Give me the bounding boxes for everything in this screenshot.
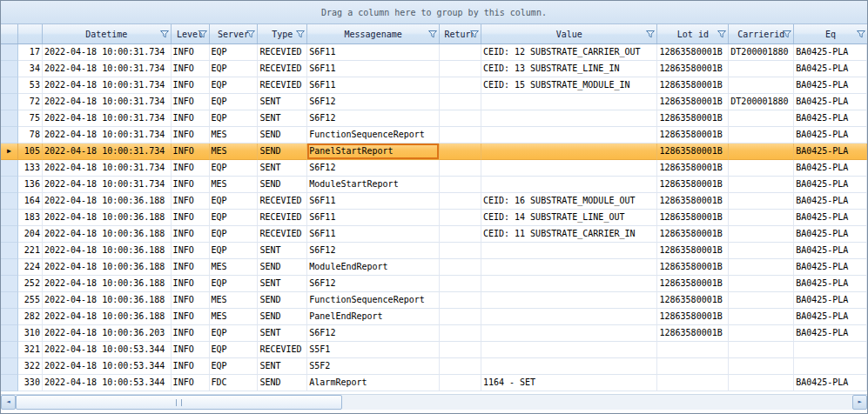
- cell-id[interactable]: 252: [18, 276, 43, 292]
- column-header-type[interactable]: Type: [258, 24, 307, 43]
- scrollbar-track[interactable]: [16, 395, 852, 410]
- cell-carrierid[interactable]: [729, 210, 794, 226]
- cell-return[interactable]: [440, 325, 481, 342]
- cell-carrierid[interactable]: [729, 292, 794, 309]
- cell-level[interactable]: INFO: [172, 144, 210, 160]
- cell-id[interactable]: 78: [18, 127, 43, 144]
- cell-level[interactable]: INFO: [172, 110, 210, 127]
- cell-id[interactable]: 255: [18, 292, 43, 309]
- cell-eqpid[interactable]: BA0425-PLA: [794, 309, 867, 325]
- cell-messagename[interactable]: S6F12: [307, 94, 440, 110]
- cell-carrierid[interactable]: [729, 127, 794, 144]
- cell-type[interactable]: RECEVIED: [258, 226, 307, 243]
- grid-row[interactable]: 532022-04-18 10:00:31.734INFOEQPRECEVIED…: [1, 77, 867, 94]
- cell-lotid[interactable]: 12863580001B: [657, 110, 729, 127]
- cell-lotid[interactable]: 12863580001B: [657, 77, 729, 94]
- cell-type[interactable]: RECEVIED: [258, 210, 307, 226]
- cell-type[interactable]: RECEVIED: [258, 77, 307, 94]
- cell-value[interactable]: CEID: 12 SUBSTRATE_CARRIER_OUT: [481, 44, 658, 61]
- grid-row[interactable]: 172022-04-18 10:00:31.734INFOEQPRECEVIED…: [1, 44, 867, 61]
- cell-server[interactable]: EQP: [210, 193, 259, 210]
- cell-return[interactable]: [440, 94, 481, 110]
- cell-lotid[interactable]: 12863580001B: [657, 325, 729, 342]
- cell-eqpid[interactable]: BA0425-PLA: [794, 243, 867, 259]
- filter-icon[interactable]: [160, 30, 169, 38]
- grid-row[interactable]: 2822022-04-18 10:00:36.188INFOMESSENDPan…: [1, 309, 867, 325]
- filter-icon[interactable]: [428, 30, 437, 38]
- cell-eqpid[interactable]: BA0425-PLA: [794, 259, 867, 276]
- cell-value[interactable]: CEID: 11 SUBSTRATE_CARRIER_IN: [481, 226, 658, 243]
- cell-messagename[interactable]: S6F11: [307, 210, 440, 226]
- cell-datetime[interactable]: 2022-04-18 10:00:36.203: [43, 325, 172, 342]
- column-header-datetime[interactable]: Datetime: [43, 24, 172, 43]
- cell-type[interactable]: SEND: [258, 292, 307, 309]
- cell-lotid[interactable]: 12863580001B: [657, 61, 729, 77]
- cell-return[interactable]: [440, 193, 481, 210]
- cell-id[interactable]: 310: [18, 325, 43, 342]
- cell-value[interactable]: CEID: 15 SUBSTRATE_MODULE_IN: [481, 77, 658, 94]
- cell-value[interactable]: [481, 94, 658, 110]
- cell-value[interactable]: [481, 292, 658, 309]
- grid-row[interactable]: 3302022-04-18 10:00:53.344INFOFDCSENDAla…: [1, 375, 867, 391]
- cell-messagename[interactable]: ModuleEndReport: [307, 259, 440, 276]
- cell-messagename[interactable]: S5F2: [307, 358, 440, 375]
- column-header-server[interactable]: Server: [210, 24, 259, 43]
- cell-return[interactable]: [440, 160, 481, 177]
- grid-row[interactable]: ▶1052022-04-18 10:00:31.734INFOMESSENDPa…: [1, 144, 867, 160]
- cell-value[interactable]: CEID: 13 SUBSTRATE_LINE_IN: [481, 61, 658, 77]
- cell-carrierid[interactable]: [729, 276, 794, 292]
- cell-level[interactable]: INFO: [172, 94, 210, 110]
- cell-carrierid[interactable]: [729, 110, 794, 127]
- cell-datetime[interactable]: 2022-04-18 10:00:31.734: [43, 127, 172, 144]
- cell-server[interactable]: MES: [210, 177, 259, 193]
- cell-server[interactable]: EQP: [210, 226, 259, 243]
- column-header-messagename[interactable]: Messagename: [307, 24, 440, 43]
- cell-lotid[interactable]: 12863580001B: [657, 243, 729, 259]
- cell-eqpid[interactable]: BA0425-PLA: [794, 276, 867, 292]
- cell-id[interactable]: 321: [18, 342, 43, 358]
- cell-carrierid[interactable]: [729, 309, 794, 325]
- grid-row[interactable]: 2522022-04-18 10:00:36.188INFOEQPSENTS6F…: [1, 276, 867, 292]
- cell-server[interactable]: EQP: [210, 210, 259, 226]
- grid-row[interactable]: 342022-04-18 10:00:31.734INFOEQPRECEVIED…: [1, 61, 867, 77]
- cell-type[interactable]: RECEVIED: [258, 61, 307, 77]
- cell-level[interactable]: INFO: [172, 342, 210, 358]
- cell-datetime[interactable]: 2022-04-18 10:00:36.188: [43, 226, 172, 243]
- cell-datetime[interactable]: 2022-04-18 10:00:31.734: [43, 77, 172, 94]
- cell-server[interactable]: EQP: [210, 61, 259, 77]
- cell-messagename[interactable]: S5F1: [307, 342, 440, 358]
- cell-level[interactable]: INFO: [172, 226, 210, 243]
- cell-value[interactable]: [481, 144, 658, 160]
- cell-carrierid[interactable]: [729, 325, 794, 342]
- cell-lotid[interactable]: 12863580001B: [657, 292, 729, 309]
- cell-id[interactable]: 105: [18, 144, 43, 160]
- cell-server[interactable]: FDC: [210, 375, 259, 391]
- cell-messagename[interactable]: PanelStartReport: [307, 144, 440, 160]
- cell-level[interactable]: INFO: [172, 292, 210, 309]
- cell-lotid[interactable]: [657, 358, 729, 375]
- cell-level[interactable]: INFO: [172, 61, 210, 77]
- grid-row[interactable]: 1362022-04-18 10:00:31.734INFOMESSENDMod…: [1, 177, 867, 193]
- cell-datetime[interactable]: 2022-04-18 10:00:31.734: [43, 44, 172, 61]
- cell-return[interactable]: [440, 210, 481, 226]
- cell-level[interactable]: INFO: [172, 358, 210, 375]
- cell-lotid[interactable]: 12863580001B: [657, 276, 729, 292]
- cell-datetime[interactable]: 2022-04-18 10:00:36.188: [43, 276, 172, 292]
- cell-carrierid[interactable]: [729, 375, 794, 391]
- cell-server[interactable]: EQP: [210, 325, 259, 342]
- cell-return[interactable]: [440, 77, 481, 94]
- grid-row[interactable]: 3222022-04-18 10:00:53.344INFOEQPSENTS5F…: [1, 358, 867, 375]
- cell-lotid[interactable]: 12863580001B: [657, 94, 729, 110]
- cell-value[interactable]: [481, 309, 658, 325]
- grid-row[interactable]: 1642022-04-18 10:00:36.188INFOEQPRECEVIE…: [1, 193, 867, 210]
- cell-value[interactable]: [481, 358, 658, 375]
- cell-server[interactable]: MES: [210, 292, 259, 309]
- cell-eqpid[interactable]: BA0425-PLA: [794, 77, 867, 94]
- cell-type[interactable]: SEND: [258, 144, 307, 160]
- cell-eqpid[interactable]: BA0425-PLA: [794, 110, 867, 127]
- grid-row[interactable]: 782022-04-18 10:00:31.734INFOMESSENDFunc…: [1, 127, 867, 144]
- cell-carrierid[interactable]: [729, 358, 794, 375]
- cell-datetime[interactable]: 2022-04-18 10:00:31.734: [43, 61, 172, 77]
- grid-row[interactable]: 3212022-04-18 10:00:53.344INFOEQPRECEVIE…: [1, 342, 867, 358]
- cell-datetime[interactable]: 2022-04-18 10:00:36.188: [43, 243, 172, 259]
